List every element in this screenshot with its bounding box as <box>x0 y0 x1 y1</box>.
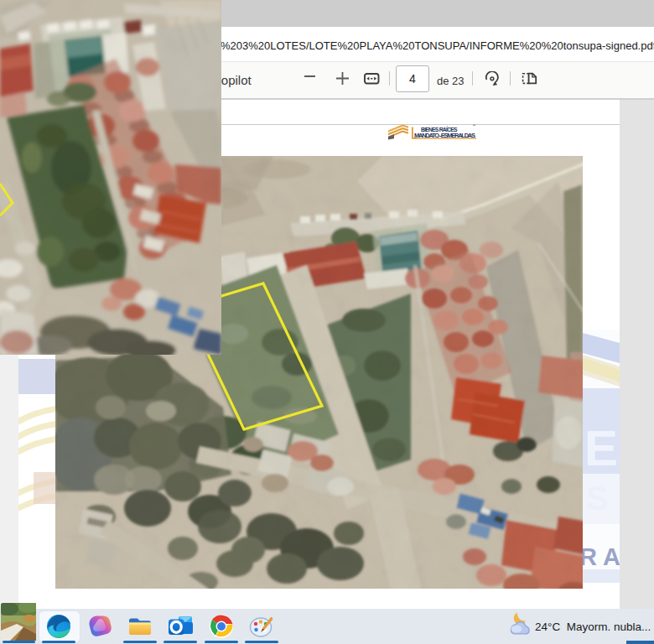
svg-text:R A: R A <box>583 543 620 570</box>
svg-text:E: E <box>584 420 618 476</box>
svg-text:MANDATO - ESMERALDAS: MANDATO - ESMERALDAS <box>414 132 475 139</box>
